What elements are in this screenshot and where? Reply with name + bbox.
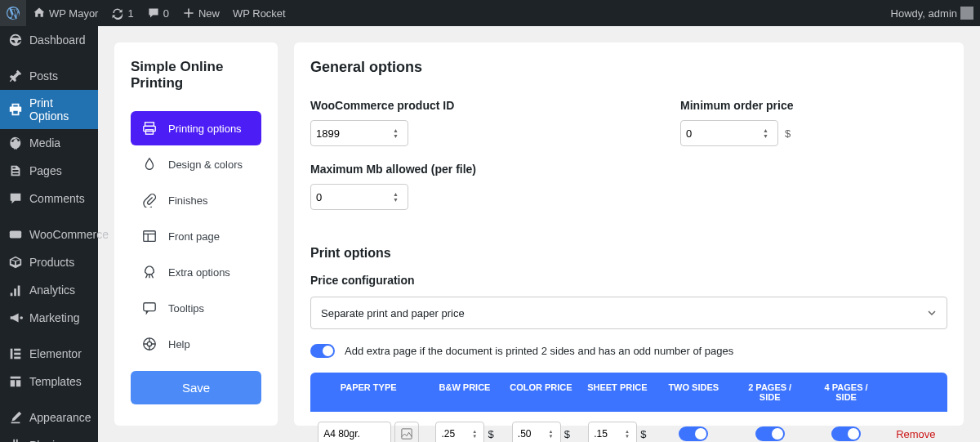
menu-item-products[interactable]: Products — [0, 248, 98, 276]
comments-link[interactable]: 0 — [140, 0, 176, 26]
tooltip-icon — [142, 301, 157, 315]
tab-printing-options[interactable]: Printing options — [131, 111, 261, 145]
bw-price-input[interactable] — [441, 428, 472, 440]
save-button[interactable]: Save — [131, 371, 261, 404]
menu-item-woocommerce[interactable]: WooCommerce — [0, 221, 98, 248]
column-header: B&W PRICE — [426, 373, 502, 412]
tab-help[interactable]: Help — [131, 327, 261, 361]
tab-label: Finishes — [168, 194, 207, 207]
svg-rect-0 — [10, 231, 21, 239]
dashboard-icon — [8, 33, 23, 47]
menu-item-elementor[interactable]: Elementor — [0, 340, 98, 368]
wprocket-label: WP Rocket — [233, 7, 286, 20]
tab-label: Help — [168, 338, 190, 350]
chevron-down-icon — [927, 308, 937, 318]
table-row: ▲▼ $ ▲▼ $ ▲▼ $ Remove — [310, 412, 947, 442]
wprocket-link[interactable]: WP Rocket — [226, 0, 292, 26]
menu-item-pages[interactable]: Pages — [0, 157, 98, 185]
color-price-input[interactable] — [518, 428, 549, 440]
column-header: PAPER TYPE — [310, 373, 426, 412]
howdy-text: Howdy, admin — [891, 7, 957, 20]
updates-link[interactable]: 1 — [105, 0, 140, 26]
wp-logo-menu[interactable] — [0, 0, 26, 26]
plugins-icon — [8, 438, 23, 442]
menu-item-comments[interactable]: Comments — [0, 185, 98, 212]
new-content-link[interactable]: New — [176, 0, 226, 26]
woo-icon — [8, 227, 23, 242]
menu-item-analytics[interactable]: Analytics — [0, 276, 98, 304]
clip-icon — [142, 193, 157, 208]
wp-admin-menu: DashboardPostsPrint OptionsMediaPagesCom… — [0, 26, 98, 442]
layout-icon — [142, 229, 157, 243]
tab-label: Tooltips — [168, 302, 204, 315]
paper-type-input-wrap — [318, 422, 391, 442]
tab-front-page[interactable]: Front page — [131, 219, 261, 253]
svg-rect-4 — [14, 357, 20, 359]
remove-row-button[interactable]: Remove — [896, 428, 935, 440]
tab-label: Extra options — [168, 266, 230, 279]
max-mb-input[interactable] — [316, 191, 393, 203]
home-icon — [33, 7, 46, 20]
spinner-icon[interactable]: ▲▼ — [763, 127, 773, 139]
tab-design-colors[interactable]: Design & colors — [131, 147, 261, 181]
tab-extra-options[interactable]: Extra options — [131, 255, 261, 289]
menu-item-label: Templates — [29, 375, 82, 388]
refresh-icon — [111, 7, 124, 20]
new-label: New — [198, 7, 220, 20]
odd-pages-toggle[interactable] — [310, 344, 335, 358]
updates-count: 1 — [127, 7, 133, 20]
product-id-input[interactable] — [316, 127, 393, 140]
menu-item-plugins[interactable]: Plugins — [0, 431, 98, 442]
four-pages-side-toggle[interactable] — [831, 426, 861, 441]
menu-item-media[interactable]: Media — [0, 129, 98, 157]
price-config-value: Separate print and paper price — [321, 307, 465, 319]
comments-count: 0 — [163, 7, 169, 20]
menu-item-label: Elementor — [29, 347, 82, 360]
two-pages-side-toggle[interactable] — [755, 426, 785, 441]
menu-item-appearance[interactable]: Appearance — [0, 404, 98, 431]
paper-type-input[interactable] — [323, 428, 385, 440]
pages-icon — [8, 163, 23, 178]
comment-icon — [8, 191, 23, 206]
column-header — [884, 373, 947, 412]
elementor-icon — [8, 346, 23, 361]
min-order-input[interactable] — [686, 127, 763, 140]
spinner-icon[interactable]: ▲▼ — [393, 191, 403, 203]
box-icon — [8, 255, 23, 270]
site-name-link[interactable]: WP Mayor — [26, 0, 105, 26]
two-sides-toggle[interactable] — [679, 426, 708, 441]
price-config-select[interactable]: Separate print and paper price — [310, 297, 947, 329]
svg-rect-9 — [144, 303, 155, 311]
column-header: SHEET PRICE — [579, 373, 655, 412]
menu-item-label: Plugins — [29, 439, 67, 442]
menu-item-marketing[interactable]: Marketing — [0, 304, 98, 332]
print-options-heading: Print options — [310, 246, 947, 261]
marketing-icon — [8, 310, 23, 325]
spinner-icon[interactable]: ▲▼ — [549, 429, 555, 439]
menu-item-templates[interactable]: Templates — [0, 368, 98, 395]
tab-finishes[interactable]: Finishes — [131, 183, 261, 217]
spinner-icon[interactable]: ▲▼ — [472, 429, 479, 439]
user-menu[interactable]: Howdy, admin — [884, 0, 980, 26]
menu-item-label: Dashboard — [29, 33, 86, 47]
image-icon — [401, 428, 412, 440]
svg-rect-3 — [14, 353, 20, 355]
tab-tooltips[interactable]: Tooltips — [131, 291, 261, 325]
printer-icon — [142, 121, 157, 136]
spinner-icon[interactable]: ▲▼ — [625, 429, 631, 439]
currency-label: $ — [785, 127, 791, 140]
spinner-icon[interactable]: ▲▼ — [393, 127, 403, 139]
menu-item-posts[interactable]: Posts — [0, 62, 98, 90]
media-icon — [8, 136, 23, 150]
currency-label: $ — [488, 428, 493, 440]
menu-item-print-options[interactable]: Print Options — [0, 90, 98, 129]
upload-image-button[interactable] — [394, 422, 419, 442]
menu-item-label: Analytics — [29, 284, 75, 297]
menu-item-label: Products — [29, 256, 74, 269]
price-config-label: Price configuration — [310, 274, 947, 287]
sheet-price-input[interactable] — [594, 428, 625, 440]
drop-icon — [142, 157, 157, 172]
product-id-label: WooCommerce product ID — [310, 99, 476, 112]
menu-item-dashboard[interactable]: Dashboard — [0, 26, 98, 54]
tab-label: Front page — [168, 230, 220, 243]
